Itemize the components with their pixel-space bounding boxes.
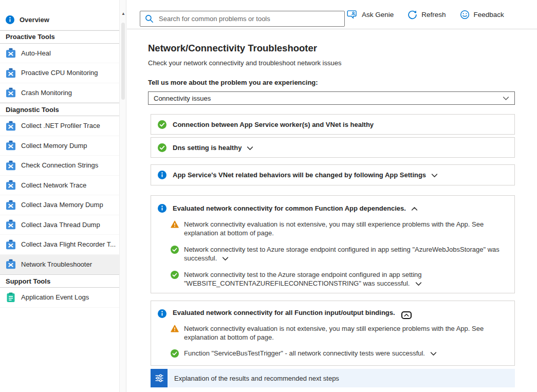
sidebar-item-label: Auto-Heal bbox=[21, 49, 51, 57]
sidebar-item-label: Overview bbox=[20, 16, 49, 24]
sliders-icon bbox=[151, 369, 168, 387]
sidebar-item-check-connection-strings[interactable]: Check Connection Strings bbox=[0, 156, 119, 176]
problem-select[interactable]: Connectivity issues bbox=[148, 91, 515, 105]
explanation-bar[interactable]: Explanation of the results and recommend… bbox=[151, 369, 515, 387]
result-subitem-servicebus-test: Function "ServiceBusTestTrigger" - all n… bbox=[171, 349, 514, 358]
sidebar-scrollbar[interactable]: ▲ bbox=[119, 0, 126, 392]
page-subtitle: Check your network connectivity and trou… bbox=[148, 59, 341, 67]
sidebar-item-label: Proactive CPU Monitoring bbox=[21, 69, 98, 77]
result-text: Network connectivity test to the Azure s… bbox=[184, 271, 422, 287]
warning-triangle-icon bbox=[171, 220, 179, 228]
sidebar-item-application-event-logs[interactable]: Application Event Logs bbox=[0, 288, 119, 308]
scrollbar-thumb[interactable] bbox=[121, 23, 125, 100]
toolbox-icon bbox=[6, 140, 16, 151]
result-text: Network connectivity evaluation is not e… bbox=[184, 325, 484, 341]
refresh-button[interactable]: Refresh bbox=[408, 10, 446, 20]
sidebar-item-collect-network-trace[interactable]: Collect Network Trace bbox=[0, 176, 119, 196]
feedback-smiley-icon bbox=[460, 10, 470, 20]
refresh-label: Refresh bbox=[421, 11, 446, 18]
sidebar-item-label: Crash Monitoring bbox=[21, 89, 72, 97]
result-subitem-website-content-test: Network connectivity test to the Azure s… bbox=[171, 270, 514, 288]
info-icon bbox=[158, 171, 166, 179]
result-card-header[interactable]: Evaluated network connectivity for all F… bbox=[151, 301, 514, 322]
problem-select-value: Connectivity issues bbox=[154, 95, 211, 102]
success-check-icon bbox=[171, 246, 179, 254]
result-text: Network connectivity test to Azure stora… bbox=[184, 246, 499, 262]
result-card-header[interactable]: Dns setting is healthy bbox=[151, 138, 514, 157]
search-box[interactable] bbox=[140, 11, 345, 27]
ask-genie-button[interactable]: Ask Genie bbox=[347, 10, 394, 20]
refresh-icon bbox=[408, 10, 417, 20]
sidebar-item-label: Collect .NET Profiler Trace bbox=[21, 122, 100, 129]
success-check-icon bbox=[158, 143, 166, 152]
sidebar-item-proactive-cpu-monitoring[interactable]: Proactive CPU Monitoring bbox=[0, 63, 119, 83]
chevron-down-icon[interactable] bbox=[431, 173, 438, 178]
sidebar-item-collect-java-memory-dump[interactable]: Collect Java Memory Dump bbox=[0, 195, 119, 215]
sidebar: Overview Proactive Tools Auto-Heal Proac… bbox=[0, 0, 119, 392]
result-subitem-warning: Network connectivity evaluation is not e… bbox=[171, 324, 514, 342]
sidebar-item-overview[interactable]: Overview bbox=[0, 10, 119, 30]
result-card-header[interactable]: Evaluated network connectivity for commo… bbox=[151, 196, 514, 217]
sidebar-item-collect-java-thread-dump[interactable]: Collect Java Thread Dump bbox=[0, 215, 119, 235]
event-logs-icon bbox=[6, 292, 16, 303]
result-card-header: Connection between App Service worker(s)… bbox=[151, 115, 514, 134]
top-toolbar: Ask Genie Refresh Feedback bbox=[127, 0, 537, 29]
toolbox-icon bbox=[6, 48, 16, 58]
main-area: Ask Genie Refresh Feedback Network/Conne… bbox=[127, 0, 537, 392]
sidebar-item-collect-java-flight-recorder[interactable]: Collect Java Flight Recorder T... bbox=[0, 235, 119, 255]
success-check-icon bbox=[158, 120, 166, 129]
search-input[interactable] bbox=[158, 14, 340, 23]
sidebar-section-diagnostic-tools: Diagnostic Tools bbox=[0, 103, 119, 116]
feedback-button[interactable]: Feedback bbox=[460, 10, 504, 20]
sidebar-section-proactive-tools: Proactive Tools bbox=[0, 30, 119, 44]
sidebar-item-label: Collect Memory Dump bbox=[21, 142, 87, 150]
result-card-dns-healthy: Dns setting is healthy bbox=[151, 137, 515, 158]
sidebar-item-label: Collect Java Flight Recorder T... bbox=[21, 240, 116, 248]
result-text: App Service's VNet related behaviors wil… bbox=[173, 171, 426, 179]
result-card-function-bindings: Evaluated network connectivity for all F… bbox=[151, 301, 515, 366]
sidebar-item-label: Network Troubleshooter bbox=[21, 260, 92, 268]
page-title: Network/Connectivity Troubleshooter bbox=[148, 43, 317, 54]
toolbox-icon bbox=[6, 160, 16, 171]
warning-triangle-icon bbox=[171, 325, 179, 332]
search-icon bbox=[145, 14, 154, 23]
chevron-up-focused-icon[interactable] bbox=[401, 311, 412, 319]
result-subitem-warning: Network connectivity evaluation is not e… bbox=[171, 220, 514, 237]
chevron-down-icon[interactable] bbox=[222, 256, 229, 261]
result-text: Dns setting is healthy bbox=[173, 144, 242, 152]
toolbox-icon bbox=[6, 219, 16, 230]
result-card-vnet-healthy: Connection between App Service worker(s)… bbox=[151, 114, 515, 135]
chevron-down-icon[interactable] bbox=[247, 146, 253, 151]
feedback-label: Feedback bbox=[474, 11, 504, 18]
toolbox-icon bbox=[6, 68, 16, 78]
sidebar-item-label: Collect Network Trace bbox=[21, 181, 86, 189]
result-text: Network connectivity evaluation is not e… bbox=[184, 220, 484, 237]
sidebar-item-label: Collect Java Thread Dump bbox=[21, 221, 100, 229]
sidebar-section-support-tools: Support Tools bbox=[0, 274, 119, 288]
chevron-down-icon[interactable] bbox=[430, 351, 437, 356]
ask-genie-icon bbox=[347, 10, 358, 20]
result-text: Connection between App Service worker(s)… bbox=[173, 121, 374, 128]
sidebar-item-collect-memory-dump[interactable]: Collect Memory Dump bbox=[0, 136, 119, 156]
sidebar-item-network-troubleshooter[interactable]: Network Troubleshooter bbox=[0, 255, 119, 275]
sidebar-item-crash-monitoring[interactable]: Crash Monitoring bbox=[0, 83, 119, 103]
result-card-function-dependencies: Evaluated network connectivity for commo… bbox=[151, 195, 515, 293]
success-check-icon bbox=[171, 349, 179, 358]
sidebar-item-auto-heal[interactable]: Auto-Heal bbox=[0, 44, 119, 64]
scrollbar-up-arrow-icon[interactable]: ▲ bbox=[120, 11, 127, 16]
result-card-header[interactable]: App Service's VNet related behaviors wil… bbox=[151, 165, 514, 185]
chevron-down-icon bbox=[503, 96, 509, 101]
info-icon bbox=[158, 204, 166, 213]
sidebar-item-collect-net-profiler-trace[interactable]: Collect .NET Profiler Trace bbox=[0, 116, 119, 136]
toolbox-icon bbox=[6, 87, 16, 98]
info-icon bbox=[6, 15, 14, 24]
explanation-bar-label: Explanation of the results and recommend… bbox=[168, 375, 339, 382]
result-text: Evaluated network connectivity for commo… bbox=[173, 204, 406, 212]
chevron-down-icon[interactable] bbox=[415, 282, 422, 286]
toolbox-icon bbox=[6, 121, 16, 131]
result-card-vnet-behaviors: App Service's VNet related behaviors wil… bbox=[151, 164, 515, 185]
sidebar-item-label: Collect Java Memory Dump bbox=[21, 201, 103, 209]
success-check-icon bbox=[171, 271, 179, 279]
result-subitem-storage-test: Network connectivity test to Azure stora… bbox=[171, 245, 514, 263]
chevron-up-icon[interactable] bbox=[411, 207, 418, 211]
